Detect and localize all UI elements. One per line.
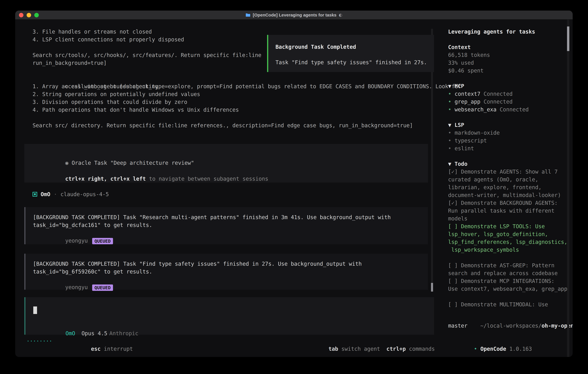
active-agent-label: OmO — [65, 330, 75, 337]
session-progress-icon: ◐ — [339, 13, 342, 17]
esc-label: interrupt — [101, 346, 133, 352]
mcp-name: context7 — [455, 91, 480, 97]
esc-hint: esc interrupt — [59, 337, 133, 357]
mcp-status: Connected — [500, 106, 529, 113]
oracle-task-banner: ◉ Oracle Task "Deep architecture review"… — [24, 144, 428, 183]
bullet-icon: • — [448, 137, 455, 145]
lsp-item: •typescript — [448, 137, 573, 145]
session-title: Leveraging agents for tasks — [448, 28, 573, 36]
agent-header: OmO · claude-opus-4-5 — [32, 190, 109, 198]
todo-item: [ ] Demonstrate LSP TOOLS: Uselsp_hover,… — [448, 223, 573, 254]
todo-item: [ ] Demonstrate MULTIMODAL: Use — [448, 301, 573, 309]
bullet-icon: • — [448, 145, 455, 152]
tab-label: switch agent — [338, 346, 380, 352]
mcp-item: •grep_appConnected — [448, 98, 573, 106]
bullet-icon: • — [448, 98, 455, 106]
text-cursor — [33, 306, 37, 314]
status-badge: QUEUED — [92, 284, 113, 291]
session-sidebar: Leveraging agents for tasks Context 66,5… — [442, 20, 573, 357]
workspace-path: ~/local-workspaces/oh-my-opencode: maste… — [448, 314, 573, 330]
workspace-dir: ~/local-workspaces/ — [480, 323, 542, 329]
folder-icon — [246, 13, 251, 17]
sidebar-scrollbar[interactable] — [567, 20, 569, 357]
mcp-status: Connected — [483, 91, 513, 97]
separator-dot: · — [54, 191, 57, 197]
message-text: [BACKGROUND TASK COMPLETED] Task "Resear… — [33, 213, 428, 229]
lsp-name: typescript — [455, 137, 487, 144]
status-bar: ········ esc interrupt tab switch agentc… — [15, 337, 442, 345]
ctrl-p-label: commands — [406, 346, 435, 352]
message-background-task-1: [BACKGROUND TASK COMPLETED] Task "Resear… — [24, 207, 428, 244]
tool-call-line: ⚙ call_omo_agent [subagent_type=explore,… — [32, 75, 438, 83]
record-icon: ◉ — [65, 160, 68, 166]
zoom-button[interactable] — [34, 13, 39, 17]
bullet-icon: • — [474, 345, 480, 353]
keyboard-hints: tab switch agentctrl+p commands — [296, 337, 435, 357]
agent-name: OmO — [41, 191, 50, 197]
provider-label: Anthropic — [109, 330, 138, 337]
spinner-icon: ········ — [26, 337, 52, 345]
message-background-task-2: [BACKGROUND TASK COMPLETED] Task "Find t… — [24, 254, 428, 290]
bullet-icon: • — [448, 106, 455, 114]
model-line: OmOOpus 4.5Anthropic — [33, 322, 138, 330]
todo-item: [ ] Demonstrate MCP INTEGRATIONS:Use con… — [448, 277, 573, 293]
tab-key: tab — [328, 346, 338, 352]
toast-body: Task "Find type safety issues" finished … — [275, 59, 431, 66]
message-meta: yeongyuQUEUED — [33, 229, 428, 237]
chat-scrollbar-thumb[interactable] — [431, 283, 433, 291]
lsp-item: •markdown-oxide — [448, 129, 573, 137]
mcp-name: websearch_exa — [455, 106, 497, 113]
app-version-footer: •OpenCode1.0.163 — [448, 337, 532, 345]
todo-section-heading[interactable]: ▼ Todo — [448, 160, 573, 168]
message-author: yeongyu — [65, 284, 88, 291]
todo-item: [✓] Demonstrate BACKGROUND AGENTS:Run pa… — [448, 199, 573, 223]
toast-notification: Background Task Completed Task "Find typ… — [267, 35, 434, 72]
mcp-item: •context7Connected — [448, 90, 573, 98]
active-model-label: Opus 4.5 — [82, 330, 107, 337]
lsp-item: •eslint — [448, 145, 573, 152]
todo-list: [✓] Demonstrate AGENTS: Show all 7curate… — [448, 168, 573, 309]
mcp-status: Connected — [483, 99, 513, 105]
hint-keys: ctrl+x right, ctrl+x left — [65, 176, 146, 182]
window-title-group: [OpenCode] Leveraging agents for tasks ◐ — [246, 13, 342, 18]
mcp-item: •websearch_exaConnected — [448, 106, 573, 114]
lsp-name: eslint — [455, 145, 474, 152]
workspace-line: ~/local-workspaces/oh-my-opencode: — [448, 314, 573, 322]
esc-key: esc — [91, 346, 101, 352]
lsp-name: markdown-oxide — [455, 130, 500, 136]
lsp-section-heading[interactable]: ▼ LSP — [448, 121, 573, 129]
oracle-task-title: ◉ Oracle Task "Deep architecture review" — [33, 151, 428, 159]
mcp-section-heading[interactable]: ▼ MCP — [448, 82, 573, 90]
oracle-task-title-text: Oracle Task "Deep architecture review" — [68, 160, 194, 166]
ctrl-p-key: ctrl+p — [387, 346, 406, 352]
agent-icon — [32, 192, 37, 197]
todo-item: [✓] Demonstrate AGENTS: Show all 7curate… — [448, 168, 573, 199]
context-spent: $0.46 spent — [448, 67, 573, 75]
agent-model: claude-opus-4-5 — [61, 191, 109, 197]
traffic-lights — [19, 13, 39, 17]
chat-main-area: 3. File handles or streams not closed4. … — [15, 20, 442, 357]
bullet-icon: • — [448, 129, 455, 137]
window-body: 3. File handles or streams not closed4. … — [15, 20, 573, 357]
minimize-button[interactable] — [27, 13, 31, 17]
subagent-nav-hint: ctrl+x right, ctrl+x left to navigate be… — [33, 167, 428, 175]
prompt-input[interactable]: OmOOpus 4.5Anthropic — [24, 297, 434, 335]
status-badge: QUEUED — [92, 238, 113, 244]
hint-text: to navigate between subagent sessions — [146, 176, 268, 182]
todo-item: [ ] Demonstrate AST-GREP: Patternsearch … — [448, 262, 573, 277]
window-titlebar[interactable]: [OpenCode] Leveraging agents for tasks ◐ — [15, 10, 573, 20]
message-meta: yeongyuQUEUED — [33, 276, 428, 283]
context-tokens: 66,518 tokens — [448, 51, 573, 59]
message-text: [BACKGROUND TASK COMPLETED] Task "Find t… — [33, 260, 428, 276]
close-button[interactable] — [19, 13, 23, 17]
window-title: [OpenCode] Leveraging agents for tasks — [253, 13, 336, 18]
context-heading: Context — [448, 43, 573, 51]
mcp-name: grep_app — [455, 99, 480, 105]
context-used: 33% used — [448, 59, 573, 67]
bullet-icon: • — [448, 90, 455, 98]
toast-title: Background Task Completed — [275, 43, 431, 51]
app-version: 1.0.163 — [509, 346, 532, 352]
sidebar-scrollbar-thumb[interactable] — [567, 26, 569, 51]
message-author: yeongyu — [65, 238, 88, 244]
app-name: OpenCode — [480, 346, 506, 352]
